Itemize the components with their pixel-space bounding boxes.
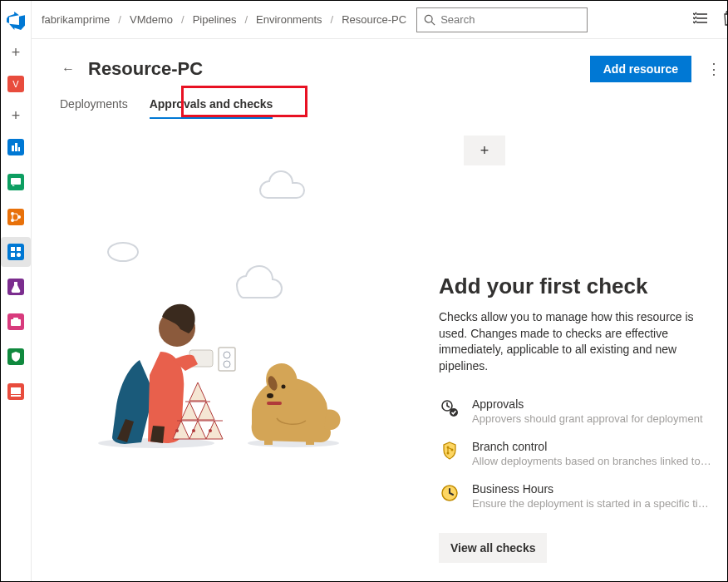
- nav-pipelines[interactable]: [1, 202, 31, 232]
- empty-state-heading: Add your first check: [439, 274, 713, 299]
- svg-point-34: [282, 385, 286, 389]
- illustration-svg: [61, 160, 410, 451]
- breadcrumb-resource[interactable]: Resource-PC: [342, 13, 406, 26]
- page-header: ← Resource-PC Add resource ⋮: [57, 56, 721, 82]
- add-check-tile[interactable]: +: [464, 136, 505, 165]
- branch-control-icon: [439, 440, 460, 461]
- svg-point-5: [11, 219, 14, 222]
- check-option-branch-control[interactable]: Branch controlAllow deployments based on…: [439, 440, 713, 467]
- breadcrumb-project[interactable]: VMdemo: [130, 13, 173, 26]
- svg-line-16: [431, 22, 435, 25]
- nav-new-item[interactable]: +: [1, 104, 31, 127]
- check-subtitle: Ensure the deployment is started in a sp…: [472, 497, 713, 510]
- marketplace-icon: [7, 383, 24, 400]
- svg-point-15: [425, 15, 432, 22]
- svg-point-26: [192, 429, 195, 432]
- nav-boards[interactable]: [1, 132, 31, 162]
- breadcrumb-environments[interactable]: Environments: [256, 13, 322, 26]
- overview-icon: V: [7, 76, 24, 92]
- search-input[interactable]: [440, 13, 580, 26]
- svg-rect-36: [267, 402, 282, 405]
- empty-state-illustration: [57, 136, 414, 451]
- empty-state-description: Checks allow you to manage how this reso…: [439, 309, 713, 374]
- left-nav-rail: + V +: [1, 1, 32, 581]
- breadcrumb-pipelines[interactable]: Pipelines: [193, 13, 237, 26]
- svg-point-28: [175, 429, 179, 432]
- check-subtitle: Approvers should grant approval for depl…: [472, 412, 703, 425]
- check-suggestions-list: ApprovalsApprovers should grant approval…: [439, 397, 713, 510]
- svg-rect-12: [13, 318, 18, 320]
- page-title: Resource-PC: [88, 58, 203, 80]
- svg-rect-38: [306, 435, 314, 445]
- pipelines-icon: [7, 209, 24, 225]
- svg-rect-0: [12, 146, 14, 151]
- nav-environments[interactable]: [1, 237, 31, 267]
- check-subtitle: Allow deployments based on branches link…: [472, 455, 713, 467]
- repos-icon: [7, 174, 24, 190]
- nav-test-plans[interactable]: [1, 272, 31, 302]
- svg-point-27: [209, 429, 212, 432]
- check-title: Branch control: [472, 440, 713, 453]
- test-plans-icon: [7, 279, 24, 295]
- back-button[interactable]: ←: [57, 57, 80, 81]
- approvals-icon: [439, 397, 460, 419]
- tab-bar: Deployments Approvals and checks: [57, 97, 721, 119]
- nav-compliance[interactable]: [1, 342, 31, 372]
- nav-marketplace[interactable]: [1, 377, 31, 407]
- svg-point-4: [11, 212, 14, 215]
- nav-add-button[interactable]: +: [1, 41, 31, 64]
- svg-rect-13: [11, 387, 21, 394]
- business-hours-icon: [439, 482, 460, 504]
- breadcrumb-org[interactable]: fabrikamprime: [42, 13, 110, 26]
- svg-rect-2: [18, 147, 20, 151]
- svg-point-20: [108, 243, 138, 261]
- search-box[interactable]: [416, 7, 588, 32]
- tab-deployments[interactable]: Deployments: [60, 97, 128, 119]
- nav-overview[interactable]: V: [1, 69, 31, 99]
- svg-rect-37: [264, 435, 273, 445]
- nav-artifacts[interactable]: [1, 307, 31, 337]
- nav-repos[interactable]: [1, 167, 31, 197]
- svg-rect-8: [17, 247, 21, 251]
- svg-point-10: [17, 253, 21, 257]
- svg-rect-14: [11, 395, 21, 397]
- svg-rect-3: [11, 178, 21, 185]
- search-icon: [424, 14, 435, 26]
- boards-icon: [7, 139, 24, 155]
- check-title: Approvals: [472, 397, 703, 411]
- svg-rect-7: [11, 247, 15, 251]
- azure-devops-logo[interactable]: [1, 6, 31, 36]
- add-resource-button[interactable]: Add resource: [590, 56, 691, 82]
- compliance-icon: [7, 348, 24, 365]
- top-bar: fabrikamprime / VMdemo / Pipelines / Env…: [32, 1, 728, 39]
- tab-approvals-checks[interactable]: Approvals and checks: [150, 97, 273, 119]
- check-option-approvals[interactable]: ApprovalsApprovers should grant approval…: [439, 397, 713, 425]
- environments-icon: [7, 244, 24, 260]
- check-option-business-hours[interactable]: Business HoursEnsure the deployment is s…: [439, 482, 713, 510]
- svg-rect-1: [15, 143, 17, 151]
- svg-rect-11: [11, 319, 21, 326]
- azure-devops-icon: [7, 12, 25, 30]
- svg-rect-9: [11, 253, 15, 257]
- view-all-checks-button[interactable]: View all checks: [439, 533, 547, 563]
- artifacts-icon: [7, 313, 24, 330]
- svg-point-35: [267, 393, 273, 398]
- more-menu-button[interactable]: ⋮: [706, 60, 721, 78]
- marketplace-icon-top[interactable]: [723, 11, 728, 28]
- check-title: Business Hours: [472, 482, 713, 496]
- settings-list-icon[interactable]: [693, 12, 708, 27]
